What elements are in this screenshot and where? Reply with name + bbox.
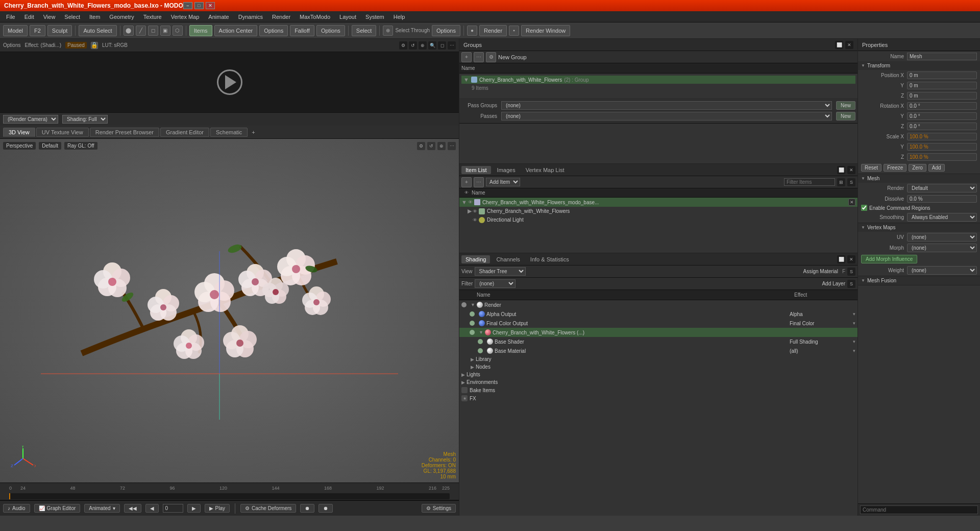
shading-library-row[interactable]: ▶ Library: [459, 355, 857, 363]
shading-expand-icon[interactable]: ⬜: [837, 255, 845, 263]
menu-maxtomode[interactable]: MaxToModo: [296, 13, 334, 21]
transform-header[interactable]: ▼ Transform: [858, 61, 980, 70]
shading-environments-row[interactable]: ▶ Environments: [459, 378, 857, 386]
filter-more-icon[interactable]: S: [847, 178, 855, 186]
add-morph-button[interactable]: Add Morph Influence: [861, 255, 917, 263]
rotation-z-input[interactable]: [907, 123, 977, 130]
graph-editor-button[interactable]: 📈 Graph Editor: [34, 504, 81, 513]
rotation-x-input[interactable]: [907, 102, 977, 110]
scale-z-input[interactable]: [907, 153, 977, 161]
weight-select[interactable]: (none): [907, 266, 977, 275]
material-mode-icon[interactable]: ▣: [160, 26, 170, 36]
render-icon[interactable]: ●: [467, 26, 477, 36]
position-y-input[interactable]: [907, 82, 977, 89]
item-list-close-icon[interactable]: ✕: [847, 166, 855, 174]
pass-groups-select[interactable]: (none): [501, 101, 832, 110]
item-row-mesh[interactable]: ▶ 👁 Cherry_Branch_with_White_Flowers: [459, 207, 857, 215]
freeze-button[interactable]: Freeze: [884, 164, 906, 172]
position-x-input[interactable]: [907, 71, 977, 79]
polygon-mode-icon[interactable]: ◻: [148, 26, 158, 36]
action-center-button[interactable]: Action Center: [214, 25, 258, 36]
render-window-button[interactable]: Render Window: [521, 25, 570, 36]
new-group-icon-3[interactable]: ⚙: [486, 52, 496, 62]
scale-x-input[interactable]: [907, 133, 977, 140]
uvmap-mode-icon[interactable]: ⬡: [173, 26, 183, 36]
preview-icon-4[interactable]: 🔍: [428, 41, 436, 50]
uv-select[interactable]: (none): [907, 233, 977, 242]
shading-lights-row[interactable]: ▶ Lights: [459, 371, 857, 378]
shading-alpha-row[interactable]: Alpha Output Alpha ▾: [459, 309, 857, 319]
position-z-input[interactable]: [907, 92, 977, 100]
options-button-1[interactable]: Options: [259, 25, 288, 36]
record-button[interactable]: ⏺: [318, 504, 333, 513]
new-group-label[interactable]: New Group: [498, 54, 527, 60]
menu-view[interactable]: View: [39, 13, 60, 21]
pass-groups-new-button[interactable]: New: [836, 101, 855, 110]
raygl-label[interactable]: Ray GL: Off: [64, 142, 97, 150]
menu-dynamics[interactable]: Dynamics: [234, 13, 267, 21]
preview-lock-icon[interactable]: 🔒: [91, 42, 98, 49]
light-row-eye[interactable]: 👁: [473, 218, 477, 223]
maximize-button[interactable]: □: [194, 2, 204, 9]
shader-tree-select[interactable]: Shader Tree: [475, 267, 526, 276]
alpha-dropdown[interactable]: ▾: [853, 311, 855, 317]
menu-item[interactable]: Item: [85, 13, 104, 21]
group-item-row[interactable]: ▼ Cherry_Branch_with_White_Flowers (2) :…: [461, 76, 855, 84]
item-list-expand-icon[interactable]: ⬜: [837, 166, 845, 174]
morph-select[interactable]: (none): [907, 244, 977, 252]
item-row-light[interactable]: ▶ 👁 Directional Light: [459, 215, 857, 224]
groups-close-icon[interactable]: ✕: [845, 41, 853, 49]
add-transform-button[interactable]: Add: [928, 164, 945, 172]
rotation-y-input[interactable]: [907, 112, 977, 120]
shading-render-row[interactable]: ▼ Render: [459, 300, 857, 309]
environments-arrow[interactable]: ▶: [461, 380, 465, 385]
vertex-mode-icon[interactable]: ⬤: [124, 26, 134, 36]
new-group-icon-2[interactable]: ⋯: [474, 52, 484, 62]
edge-mode-icon[interactable]: ╱: [136, 26, 146, 36]
tab-render-preset[interactable]: Render Preset Browser: [90, 128, 159, 137]
shading-nodes-row[interactable]: ▶ Nodes: [459, 363, 857, 371]
timeline-cursor[interactable]: [9, 493, 10, 499]
animated-button[interactable]: Animated ▾: [84, 504, 119, 513]
preview-icon-3[interactable]: ⊕: [419, 41, 427, 50]
shading-close-icon[interactable]: ✕: [847, 255, 855, 263]
zero-button[interactable]: Zero: [909, 164, 926, 172]
preview-icon-6[interactable]: ⋯: [448, 41, 456, 50]
render-row-arrow[interactable]: ▼: [471, 302, 475, 307]
render-eye-icon[interactable]: [461, 301, 469, 308]
smoothing-select[interactable]: Always Enabled: [907, 213, 977, 222]
frame-input[interactable]: [163, 504, 183, 513]
mesh-row-arrow[interactable]: ▶: [468, 208, 472, 214]
basematerial-eye-icon[interactable]: [478, 347, 485, 354]
step-back-button[interactable]: ◀: [145, 504, 159, 513]
viewport-more-icon[interactable]: ⋯: [448, 142, 456, 150]
shading-fx-row[interactable]: ★ FX: [459, 394, 857, 402]
menu-layout[interactable]: Layout: [335, 13, 360, 21]
item-list-minus-icon[interactable]: ⋯: [474, 177, 484, 187]
group-row-x-button[interactable]: ✕: [848, 199, 855, 206]
f2-button[interactable]: F2: [30, 25, 45, 36]
viewport-zoom-icon[interactable]: ⊕: [437, 142, 446, 150]
tab-3d-view[interactable]: 3D View: [3, 128, 35, 137]
nodes-arrow[interactable]: ▶: [471, 365, 474, 370]
preview-icon-2[interactable]: ↺: [409, 41, 417, 50]
shading-basematerial-row[interactable]: Base Material (all) ▾: [459, 346, 857, 355]
item-list-add-icon[interactable]: +: [461, 177, 472, 187]
shading-baseshader-row[interactable]: Base Shader Full Shading ▾: [459, 337, 857, 346]
select-button[interactable]: Select: [352, 25, 377, 36]
menu-file[interactable]: File: [2, 13, 19, 21]
finalcolor-eye-icon[interactable]: [470, 320, 477, 327]
perspective-label[interactable]: Perspective: [3, 142, 36, 150]
shading-cherry-row[interactable]: ▼ Cherry_Branch_with_White_Flowers (...): [459, 328, 857, 337]
select-through-icon[interactable]: ⊕: [383, 26, 393, 36]
sculpt-button[interactable]: Sculpt: [47, 25, 72, 36]
menu-geometry[interactable]: Geometry: [105, 13, 138, 21]
mesh-row-eye[interactable]: 👁: [473, 209, 477, 214]
group-row-eye[interactable]: 👁: [468, 200, 473, 205]
filter-items-input[interactable]: [784, 178, 835, 186]
filter-select[interactable]: (none): [475, 279, 516, 288]
menu-select[interactable]: Select: [60, 13, 84, 21]
select-through-options[interactable]: Options: [432, 25, 460, 36]
settings-button[interactable]: ⚙ Settings: [422, 504, 456, 513]
model-button[interactable]: Model: [3, 25, 28, 36]
